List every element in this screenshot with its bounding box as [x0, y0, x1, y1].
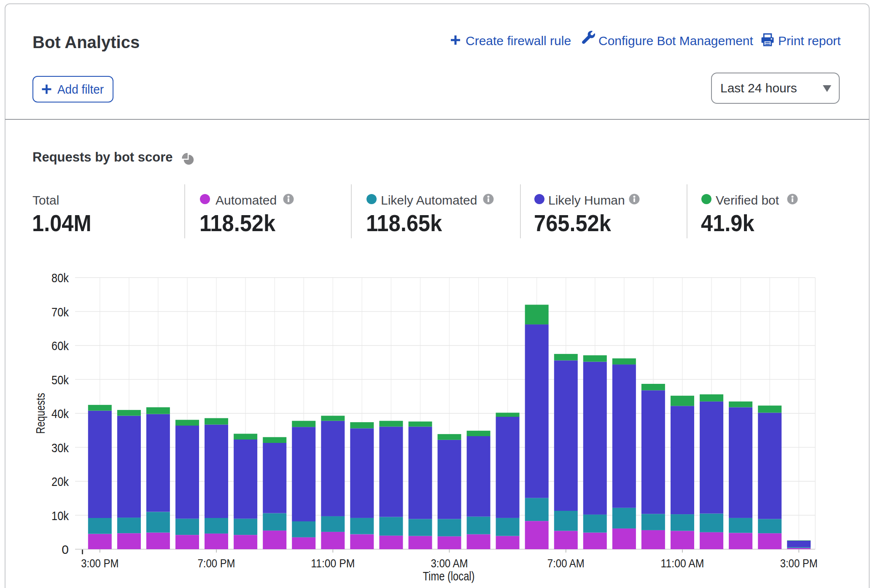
svg-text:7:00 AM: 7:00 AM	[547, 557, 585, 570]
svg-text:50k: 50k	[51, 373, 69, 387]
svg-text:30k: 30k	[51, 441, 69, 455]
svg-text:Requests: Requests	[33, 393, 47, 434]
svg-text:3:00 PM: 3:00 PM	[780, 557, 818, 570]
svg-text:11:00 AM: 11:00 AM	[661, 557, 704, 570]
svg-text:Time (local): Time (local)	[423, 569, 475, 583]
svg-text:3:00 PM: 3:00 PM	[81, 557, 119, 570]
svg-text:40k: 40k	[51, 407, 69, 421]
svg-text:80k: 80k	[51, 271, 69, 285]
svg-text:0: 0	[62, 542, 69, 556]
svg-text:11:00 PM: 11:00 PM	[311, 557, 355, 570]
svg-text:60k: 60k	[51, 339, 69, 353]
svg-text:7:00 PM: 7:00 PM	[198, 557, 235, 570]
svg-text:3:00 AM: 3:00 AM	[431, 557, 468, 570]
svg-text:10k: 10k	[51, 509, 69, 523]
svg-text:20k: 20k	[51, 475, 69, 488]
svg-text:70k: 70k	[51, 305, 69, 319]
